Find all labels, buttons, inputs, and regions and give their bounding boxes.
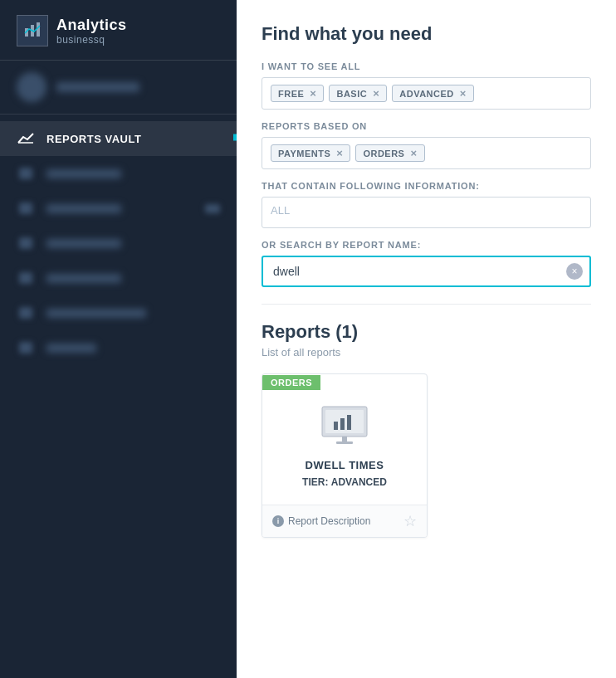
item7-icon xyxy=(17,340,35,355)
info-icon: i xyxy=(272,515,284,527)
item6-icon xyxy=(17,305,35,320)
report-card[interactable]: ORDERS xyxy=(262,373,428,538)
clear-icon: × xyxy=(571,266,577,277)
based-on-tags-container[interactable]: PAYMENTS × ORDERS × xyxy=(262,137,591,169)
sidebar-item-label-blur xyxy=(46,344,96,353)
tag-basic[interactable]: BASIC × xyxy=(329,85,387,102)
tag-orders[interactable]: ORDERS × xyxy=(355,144,424,162)
info-filter-section: THAT CONTAIN FOLLOWING INFORMATION: ALL xyxy=(262,181,591,228)
report-card-name: DWELL TIMES xyxy=(306,459,384,471)
report-card-footer: i Report Description ☆ xyxy=(262,505,427,537)
sidebar-item-5[interactable] xyxy=(0,261,237,295)
tag-advanced-remove[interactable]: × xyxy=(460,88,467,99)
sidebar-item-4[interactable] xyxy=(0,226,237,261)
tag-advanced-label: ADVANCED xyxy=(399,89,454,99)
results-subtitle: List of all reports xyxy=(262,346,591,359)
page-title: Find what you need xyxy=(262,23,591,45)
sidebar-item-label-blur xyxy=(46,204,121,213)
search-section: OR SEARCH BY REPORT NAME: × xyxy=(262,240,591,287)
search-clear-button[interactable]: × xyxy=(566,263,583,280)
tier-filter-section: I WANT TO SEE ALL FREE × BASIC × ADVANCE… xyxy=(262,61,591,110)
report-card-tier: TIER: ADVANCED xyxy=(302,476,387,488)
chart-icon xyxy=(17,131,35,146)
tag-orders-label: ORDERS xyxy=(363,149,404,159)
svg-rect-10 xyxy=(336,441,353,444)
sidebar-item-reports-vault[interactable]: REPORTS VAULT xyxy=(0,121,237,156)
tag-payments-remove[interactable]: × xyxy=(336,148,343,159)
user-name-blur xyxy=(56,82,139,92)
tag-advanced[interactable]: ADVANCED × xyxy=(392,85,474,102)
sidebar-item-label-blur xyxy=(46,274,121,283)
item5-icon xyxy=(17,271,35,285)
tag-free-label: FREE xyxy=(278,89,304,99)
sidebar-item-label: REPORTS VAULT xyxy=(46,133,141,145)
results-section: Reports (1) List of all reports ORDERS xyxy=(262,321,591,538)
based-on-filter-label: REPORTS BASED ON xyxy=(262,121,591,131)
svg-rect-7 xyxy=(340,418,345,430)
tag-payments-label: PAYMENTS xyxy=(278,149,330,159)
search-label: OR SEARCH BY REPORT NAME: xyxy=(262,240,591,250)
report-card-badge: ORDERS xyxy=(262,374,427,390)
tag-free-remove[interactable]: × xyxy=(310,88,316,99)
svg-rect-2 xyxy=(37,22,40,37)
sidebar-item-6[interactable] xyxy=(0,295,237,330)
report-icon xyxy=(315,403,374,449)
tag-orders-remove[interactable]: × xyxy=(410,148,417,159)
arrow-indicator xyxy=(233,126,237,152)
svg-marker-3 xyxy=(233,128,237,148)
main-content: Find what you need I WANT TO SEE ALL FRE… xyxy=(237,0,616,678)
app-title: Analytics xyxy=(56,17,127,34)
sidebar-item-label-blur xyxy=(46,169,121,178)
tier-filter-label: I WANT TO SEE ALL xyxy=(262,61,591,71)
report-desc-label: Report Description xyxy=(288,515,370,527)
info-filter-label: THAT CONTAIN FOLLOWING INFORMATION: xyxy=(262,181,591,191)
avatar xyxy=(17,72,46,102)
favorite-star-icon[interactable]: ☆ xyxy=(403,512,417,530)
section-divider xyxy=(262,304,591,305)
logo-icon xyxy=(17,15,48,46)
tag-payments[interactable]: PAYMENTS × xyxy=(271,144,350,162)
sidebar-item-label-blur xyxy=(46,239,121,248)
sidebar-item-3[interactable] xyxy=(0,191,237,226)
svg-rect-9 xyxy=(342,437,347,441)
sidebar-header: Analytics businessq xyxy=(0,0,237,61)
report-description-link[interactable]: i Report Description xyxy=(272,515,370,527)
info-placeholder: ALL xyxy=(271,204,290,221)
sidebar-item-7[interactable] xyxy=(0,330,237,365)
tier-tags-container[interactable]: FREE × BASIC × ADVANCED × xyxy=(262,77,591,110)
results-title: Reports (1) xyxy=(262,321,591,343)
svg-rect-6 xyxy=(334,422,338,430)
tag-basic-remove[interactable]: × xyxy=(373,88,379,99)
item3-icon xyxy=(17,201,35,216)
info-tags-container[interactable]: ALL xyxy=(262,197,591,228)
svg-rect-8 xyxy=(347,415,351,430)
tag-free[interactable]: FREE × xyxy=(271,85,324,102)
report-card-body: DWELL TIMES TIER: ADVANCED xyxy=(262,390,427,505)
search-input-container: × xyxy=(262,256,591,287)
sidebar-user xyxy=(0,61,237,115)
item4-icon xyxy=(17,236,35,251)
item2-icon xyxy=(17,166,35,181)
sidebar-nav: REPORTS VAULT xyxy=(0,115,237,678)
sidebar-item-badge xyxy=(205,204,220,213)
sidebar-item-2[interactable] xyxy=(0,156,237,191)
search-input[interactable] xyxy=(262,256,591,287)
app-title-block: Analytics businessq xyxy=(56,17,127,46)
app-subtitle: businessq xyxy=(56,34,127,46)
tag-basic-label: BASIC xyxy=(336,89,367,99)
sidebar-item-label-blur xyxy=(46,309,146,318)
sidebar: Analytics businessq REPORTS VAULT xyxy=(0,0,237,678)
based-on-filter-section: REPORTS BASED ON PAYMENTS × ORDERS × xyxy=(262,121,591,169)
